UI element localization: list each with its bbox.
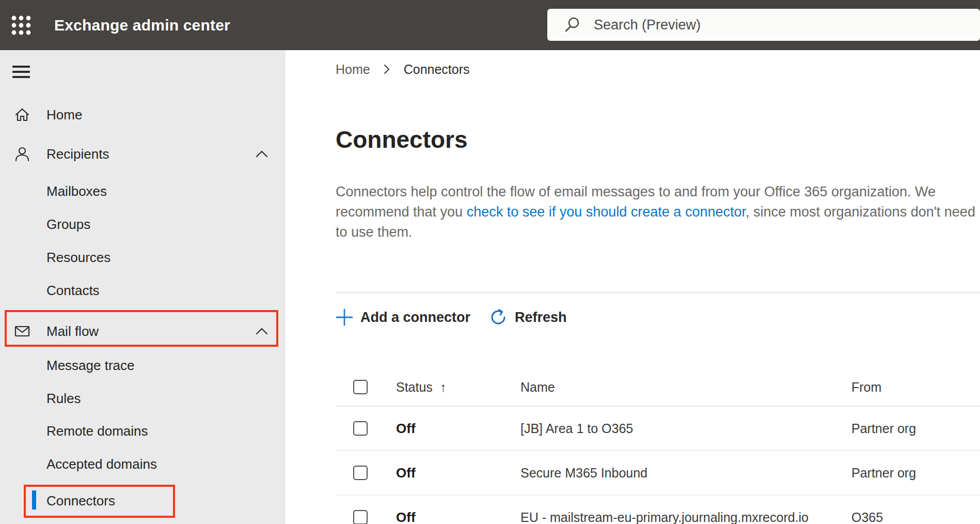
from-cell: Partner org — [851, 466, 916, 480]
sidebar-item-label: Accepted domains — [46, 456, 157, 472]
global-search[interactable] — [547, 9, 980, 41]
app-title: Exchange admin center — [54, 0, 230, 50]
column-header-status[interactable]: Status — [396, 380, 433, 395]
top-app-bar: Exchange admin center — [0, 0, 980, 50]
search-input[interactable] — [594, 9, 980, 41]
name-cell[interactable]: Secure M365 Inbound — [520, 466, 647, 480]
row-checkbox[interactable] — [353, 421, 368, 436]
chevron-up-icon — [255, 327, 268, 336]
sidebar-item-groups[interactable]: Groups — [0, 208, 286, 241]
column-header-from[interactable]: From — [851, 380, 881, 394]
sidebar-item-recipients[interactable]: Recipients — [0, 137, 286, 171]
status-cell: Off — [396, 421, 416, 437]
sidebar-item-accepted-domains[interactable]: Accepted domains — [0, 448, 286, 481]
table-header-row: Status ↑ Name From — [336, 368, 980, 407]
sidebar-item-label: Mailboxes — [46, 183, 107, 199]
row-checkbox[interactable] — [353, 466, 368, 480]
command-toolbar: Add a connector Refresh — [336, 304, 567, 330]
name-cell[interactable]: EU - mailstream-eu-primary.journaling.mx… — [520, 510, 809, 524]
status-cell: Off — [396, 510, 416, 524]
hamburger-menu-icon[interactable] — [12, 65, 33, 79]
select-all-checkbox[interactable] — [353, 380, 368, 394]
sidebar-item-label: Home — [46, 107, 82, 123]
sidebar-item-contacts[interactable]: Contacts — [0, 274, 286, 307]
table-row[interactable]: Off Secure M365 Inbound Partner org — [336, 451, 980, 496]
column-header-name[interactable]: Name — [520, 380, 555, 394]
sidebar-item-mailboxes[interactable]: Mailboxes — [0, 175, 286, 208]
breadcrumb-home-link[interactable]: Home — [336, 62, 370, 77]
table-row[interactable]: Off EU - mailstream-eu-primary.journalin… — [336, 496, 980, 524]
chevron-up-icon — [255, 149, 268, 159]
from-cell: Partner org — [851, 421, 916, 436]
home-icon — [14, 106, 30, 123]
sidebar-item-label: Rules — [46, 391, 81, 407]
sidebar-item-message-trace[interactable]: Message trace — [0, 349, 286, 382]
breadcrumb-current: Connectors — [404, 62, 470, 77]
table-row[interactable]: Off [JB] Area 1 to O365 Partner org — [336, 407, 980, 451]
main-content: Home Connectors Connectors Connectors he… — [286, 50, 980, 524]
toolbar-divider — [336, 292, 980, 293]
refresh-button[interactable]: Refresh — [489, 308, 567, 327]
app-launcher-icon[interactable] — [10, 14, 32, 36]
sidebar-item-connectors[interactable]: Connectors — [0, 484, 286, 517]
plus-icon — [336, 309, 353, 326]
refresh-icon — [489, 308, 508, 327]
sidebar-item-label: Resources — [46, 250, 110, 266]
add-connector-button[interactable]: Add a connector — [336, 309, 470, 326]
mail-icon — [14, 323, 30, 340]
create-connector-check-link[interactable]: check to see if you should create a conn… — [467, 204, 746, 220]
sidebar-item-label: Connectors — [46, 493, 115, 509]
row-checkbox[interactable] — [353, 510, 368, 524]
page-title: Connectors — [336, 126, 468, 153]
add-connector-label: Add a connector — [360, 310, 470, 326]
name-cell[interactable]: [JB] Area 1 to O365 — [520, 421, 633, 436]
sidebar-item-rules[interactable]: Rules — [0, 382, 286, 415]
sidebar-item-label: Contacts — [46, 283, 100, 299]
from-cell: O365 — [851, 510, 883, 524]
sidebar-item-label: Groups — [46, 217, 90, 233]
breadcrumb: Home Connectors — [336, 61, 470, 77]
sidebar-item-label: Message trace — [46, 358, 135, 374]
selected-item-indicator — [32, 490, 36, 510]
chevron-right-icon — [384, 64, 390, 75]
sidebar-item-label: Mail flow — [46, 323, 99, 340]
sidebar-item-home[interactable]: Home — [0, 98, 286, 131]
page-description: Connectors help control the flow of emai… — [336, 182, 976, 242]
status-cell: Off — [396, 465, 416, 481]
search-icon — [564, 16, 581, 34]
sort-ascending-icon: ↑ — [440, 380, 447, 395]
sidebar-item-mail-flow[interactable]: Mail flow — [0, 315, 286, 348]
sidebar-item-resources[interactable]: Resources — [0, 241, 286, 274]
waffle-icon — [10, 14, 32, 36]
sidebar-item-label: Remote domains — [46, 423, 148, 439]
refresh-label: Refresh — [515, 310, 567, 326]
person-icon — [14, 146, 30, 162]
connectors-table: Status ↑ Name From Off [JB] Area 1 to O3… — [336, 368, 980, 524]
sidebar-item-remote-domains[interactable]: Remote domains — [0, 414, 286, 448]
sidebar-item-label: Recipients — [46, 146, 109, 162]
left-navigation: Home Recipients Mailboxes Groups Resourc… — [0, 50, 286, 524]
